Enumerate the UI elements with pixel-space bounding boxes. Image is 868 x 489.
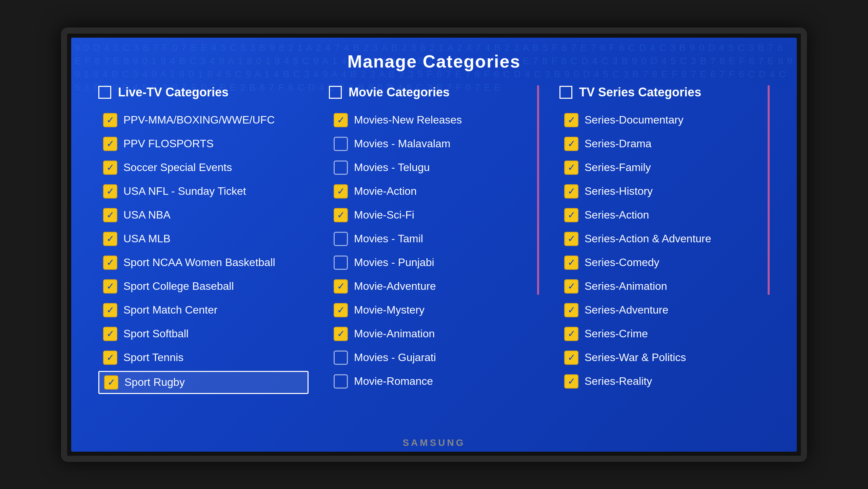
- item-label: PPV FLOSPORTS: [123, 137, 214, 150]
- list-item[interactable]: ✓Movie-Animation: [329, 323, 539, 344]
- list-item[interactable]: ✓Series-Reality: [559, 371, 770, 392]
- list-item[interactable]: ✓Series-Action: [559, 205, 770, 226]
- item-checkbox[interactable]: ✓: [103, 232, 117, 246]
- item-checkbox[interactable]: ✓: [334, 279, 348, 294]
- item-checkbox[interactable]: ✓: [334, 208, 348, 222]
- item-checkbox[interactable]: ✓: [103, 208, 117, 222]
- item-label: Movie-Action: [354, 185, 417, 198]
- movies-header: Movie Categories: [329, 85, 539, 99]
- item-checkbox[interactable]: ✓: [103, 113, 117, 127]
- item-checkbox[interactable]: ✓: [564, 327, 578, 341]
- item-checkbox[interactable]: ✓: [103, 279, 117, 294]
- live-tv-column: Live-TV Categories ✓PPV-MMA/BOXING/WWE/U…: [98, 85, 309, 435]
- item-checkbox[interactable]: ✓: [103, 137, 117, 151]
- list-item[interactable]: Movies - Gujarati: [329, 347, 539, 368]
- list-item[interactable]: ✓PPV-MMA/BOXING/WWE/UFC: [98, 110, 309, 131]
- item-checkbox[interactable]: ✓: [103, 351, 117, 365]
- list-item[interactable]: ✓USA NFL - Sunday Ticket: [98, 181, 309, 202]
- item-checkbox[interactable]: ✓: [564, 113, 578, 127]
- item-checkbox[interactable]: [334, 374, 348, 389]
- list-item[interactable]: ✓Movie-Sci-Fi: [329, 205, 539, 226]
- item-label: Movies - Tamil: [354, 232, 423, 245]
- item-checkbox[interactable]: ✓: [334, 303, 348, 317]
- item-label: Movie-Adventure: [354, 280, 436, 293]
- item-checkbox[interactable]: ✓: [564, 256, 578, 270]
- list-item[interactable]: ✓Sport Rugby: [98, 371, 309, 394]
- item-checkbox[interactable]: ✓: [564, 351, 578, 365]
- list-item[interactable]: ✓Series-Action & Adventure: [559, 228, 770, 249]
- tvseries-scrollbar[interactable]: [768, 85, 770, 295]
- movies-column-wrapper: Movie Categories ✓Movies-New ReleasesMov…: [329, 85, 539, 435]
- list-item[interactable]: ✓Series-Animation: [559, 276, 770, 297]
- list-item[interactable]: ✓Series-Adventure: [559, 300, 770, 321]
- item-checkbox[interactable]: [334, 256, 348, 270]
- item-label: Sport Tennis: [123, 351, 183, 364]
- list-item[interactable]: ✓Series-Crime: [559, 323, 770, 344]
- list-item[interactable]: Movies - Punjabi: [329, 252, 539, 273]
- movies-items-list: ✓Movies-New ReleasesMovies - MalavalamMo…: [329, 110, 539, 392]
- list-item[interactable]: ✓Sport Tennis: [98, 347, 309, 368]
- item-checkbox[interactable]: ✓: [103, 327, 117, 341]
- item-checkbox[interactable]: ✓: [564, 374, 578, 389]
- item-label: Movies-New Releases: [354, 114, 462, 126]
- list-item[interactable]: ✓Series-History: [559, 181, 770, 202]
- item-checkbox[interactable]: ✓: [564, 137, 578, 151]
- list-item[interactable]: ✓Movie-Mystery: [329, 300, 539, 321]
- item-checkbox[interactable]: ✓: [103, 184, 117, 199]
- list-item[interactable]: ✓Series-Drama: [559, 133, 770, 154]
- tv-screen: 9 0 D 4 5 C 3 B 7 F 0 7 E E 4 5 C 5 3 B …: [71, 38, 797, 452]
- item-checkbox[interactable]: ✓: [564, 208, 578, 222]
- list-item[interactable]: ✓Series-Documentary: [559, 110, 770, 131]
- list-item[interactable]: ✓Sport College Baseball: [98, 276, 309, 297]
- tvseries-header-checkbox[interactable]: [559, 86, 572, 99]
- tvseries-items-list: ✓Series-Documentary✓Series-Drama✓Series-…: [559, 110, 770, 392]
- item-checkbox[interactable]: ✓: [564, 303, 578, 317]
- item-checkbox[interactable]: ✓: [564, 184, 578, 199]
- list-item[interactable]: ✓Series-Family: [559, 157, 770, 178]
- list-item[interactable]: ✓Movie-Action: [329, 181, 539, 202]
- item-checkbox[interactable]: ✓: [103, 161, 117, 175]
- list-item[interactable]: Movies - Telugu: [329, 157, 539, 178]
- item-checkbox[interactable]: [334, 137, 348, 151]
- item-checkbox[interactable]: ✓: [564, 232, 578, 246]
- item-checkbox[interactable]: [334, 232, 348, 246]
- list-item[interactable]: Movies - Malavalam: [329, 133, 539, 154]
- item-label: Series-Comedy: [585, 256, 659, 269]
- item-label: Sport NCAA Women Basketball: [123, 256, 275, 269]
- item-label: Movie-Animation: [354, 327, 435, 340]
- item-checkbox[interactable]: ✓: [103, 303, 117, 317]
- item-checkbox[interactable]: ✓: [334, 113, 348, 127]
- item-checkbox[interactable]: ✓: [564, 279, 578, 294]
- item-label: PPV-MMA/BOXING/WWE/UFC: [123, 114, 275, 126]
- list-item[interactable]: ✓PPV FLOSPORTS: [98, 133, 309, 154]
- item-checkbox[interactable]: [334, 161, 348, 175]
- list-item[interactable]: ✓USA NBA: [98, 205, 309, 226]
- item-checkbox[interactable]: ✓: [334, 184, 348, 199]
- list-item[interactable]: ✓Movies-New Releases: [329, 110, 539, 131]
- list-item[interactable]: ✓Movie-Adventure: [329, 276, 539, 297]
- list-item[interactable]: ✓Sport NCAA Women Basketball: [98, 252, 309, 273]
- item-checkbox[interactable]: ✓: [564, 161, 578, 175]
- item-checkbox[interactable]: ✓: [334, 327, 348, 341]
- list-item[interactable]: ✓Series-Comedy: [559, 252, 770, 273]
- list-item[interactable]: ✓Sport Softball: [98, 323, 309, 344]
- list-item[interactable]: Movie-Romance: [329, 371, 539, 392]
- live-tv-header-checkbox[interactable]: [98, 86, 111, 99]
- movies-column: Movie Categories ✓Movies-New ReleasesMov…: [329, 85, 539, 392]
- list-item[interactable]: Movies - Tamil: [329, 228, 539, 249]
- item-label: USA NFL - Sunday Ticket: [123, 185, 246, 198]
- movies-scrollbar[interactable]: [537, 85, 539, 295]
- item-label: Series-Action: [585, 209, 649, 221]
- item-label: Series-Reality: [585, 375, 652, 388]
- item-checkbox[interactable]: [334, 351, 348, 365]
- list-item[interactable]: ✓Soccer Special Events: [98, 157, 309, 178]
- main-content: Manage Categories Live-TV Categories ✓PP…: [71, 38, 797, 452]
- live-tv-header-label: Live-TV Categories: [118, 85, 229, 99]
- item-checkbox[interactable]: ✓: [103, 256, 117, 270]
- movies-header-checkbox[interactable]: [329, 86, 342, 99]
- list-item[interactable]: ✓Series-War & Politics: [559, 347, 770, 368]
- movies-header-label: Movie Categories: [349, 85, 450, 99]
- list-item[interactable]: ✓Sport Match Center: [98, 300, 309, 321]
- list-item[interactable]: ✓USA MLB: [98, 228, 309, 249]
- item-checkbox[interactable]: ✓: [104, 375, 118, 390]
